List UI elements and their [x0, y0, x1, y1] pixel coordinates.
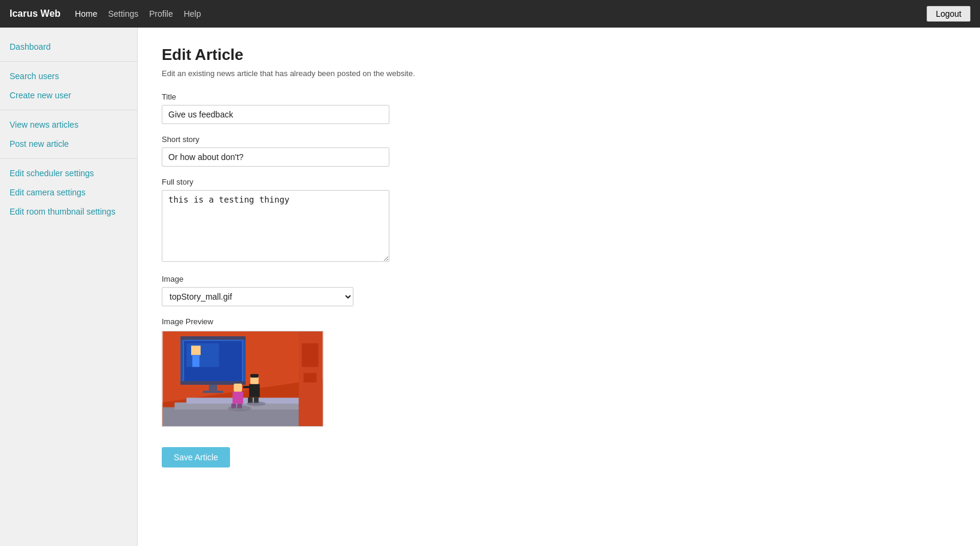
- logout-button[interactable]: Logout: [927, 6, 970, 22]
- title-group: Title: [162, 92, 956, 124]
- svg-rect-16: [234, 384, 242, 392]
- svg-point-27: [247, 402, 266, 406]
- svg-rect-7: [191, 346, 201, 355]
- sidebar-item-search-users[interactable]: Search users: [0, 67, 137, 86]
- full-story-label: Full story: [162, 177, 956, 186]
- sidebar: Dashboard Search users Create new user V…: [0, 28, 138, 546]
- image-preview-group: Image Preview: [162, 317, 956, 427]
- svg-rect-30: [304, 373, 317, 382]
- page-title: Edit Article: [162, 46, 956, 64]
- image-group: Image topStory_mall.gif image1.gif image…: [162, 274, 956, 306]
- nav-profile[interactable]: Profile: [149, 9, 173, 19]
- short-story-group: Short story: [162, 135, 956, 167]
- brand-label: Icarus Web: [10, 8, 61, 19]
- svg-rect-29: [302, 343, 319, 367]
- sidebar-divider-2: [0, 110, 137, 110]
- sidebar-divider-1: [0, 61, 137, 62]
- image-label: Image: [162, 274, 956, 283]
- svg-rect-24: [250, 374, 259, 378]
- top-nav: Icarus Web Home Settings Profile Help Lo…: [0, 0, 980, 28]
- full-story-group: Full story: [162, 177, 956, 264]
- sidebar-item-create-user[interactable]: Create new user: [0, 86, 137, 105]
- sidebar-item-post-article[interactable]: Post new article: [0, 134, 137, 153]
- sidebar-item-dashboard[interactable]: Dashboard: [0, 37, 137, 56]
- full-story-textarea[interactable]: [162, 190, 389, 262]
- svg-rect-8: [192, 355, 199, 367]
- main-content: Edit Article Edit an existing news artic…: [138, 28, 980, 546]
- sidebar-divider-3: [0, 158, 137, 159]
- svg-rect-12: [203, 391, 223, 393]
- short-story-label: Short story: [162, 135, 956, 144]
- image-select[interactable]: topStory_mall.gif image1.gif image2.gif: [162, 287, 353, 306]
- svg-rect-25: [243, 386, 250, 388]
- nav-help[interactable]: Help: [184, 9, 201, 19]
- sidebar-item-thumbnail[interactable]: Edit room thumbnail settings: [0, 202, 137, 221]
- svg-point-26: [228, 405, 252, 411]
- image-preview-label: Image Preview: [162, 317, 956, 326]
- title-input[interactable]: [162, 105, 389, 124]
- svg-rect-9: [180, 336, 246, 340]
- svg-rect-11: [209, 385, 217, 391]
- svg-rect-17: [232, 392, 243, 404]
- sidebar-item-view-news[interactable]: View news articles: [0, 115, 137, 134]
- title-label: Title: [162, 92, 956, 101]
- layout: Dashboard Search users Create new user V…: [0, 28, 980, 546]
- page-subtitle: Edit an existing news article that has a…: [162, 69, 956, 78]
- short-story-input[interactable]: [162, 147, 389, 167]
- nav-home[interactable]: Home: [75, 9, 97, 19]
- nav-settings[interactable]: Settings: [108, 9, 138, 19]
- svg-rect-21: [249, 384, 260, 397]
- sidebar-item-camera[interactable]: Edit camera settings: [0, 183, 137, 202]
- image-preview: [162, 331, 323, 427]
- save-article-button[interactable]: Save Article: [162, 447, 230, 467]
- sidebar-item-scheduler[interactable]: Edit scheduler settings: [0, 164, 137, 183]
- nav-links: Home Settings Profile Help: [75, 9, 927, 19]
